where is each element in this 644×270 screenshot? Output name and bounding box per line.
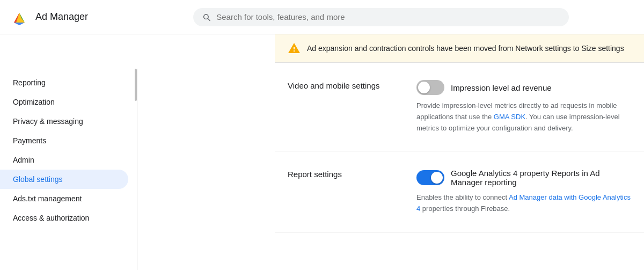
sidebar-item-payments[interactable]: Payments xyxy=(0,131,128,150)
section-content-report: Google Analytics 4 property Reports in A… xyxy=(416,169,631,215)
main-content: Ad expansion and contraction controls ha… xyxy=(275,34,644,270)
ga4-description: Enables the ability to connect Ad Manage… xyxy=(416,192,631,215)
sidebar-item-label: Admin xyxy=(13,156,34,164)
logo-icon xyxy=(9,6,30,28)
ga4-setting-row: Google Analytics 4 property Reports in A… xyxy=(416,169,631,187)
sidebar-item-access-auth[interactable]: Access & authorization xyxy=(0,208,128,228)
gma-sdk-link[interactable]: GMA SDK xyxy=(494,113,525,121)
search-input[interactable] xyxy=(216,12,560,21)
sidebar-item-reporting[interactable]: Reporting xyxy=(0,73,128,92)
search-icon xyxy=(202,12,211,22)
logo-area: Ad Manager xyxy=(9,6,127,28)
banner-text: Ad expansion and contraction controls ha… xyxy=(307,44,624,53)
impression-revenue-label: Impression level ad revenue xyxy=(451,83,552,92)
sidebar: Reporting Optimization Privacy & messagi… xyxy=(0,69,137,270)
section-title-video-mobile: Video and mobile settings xyxy=(288,80,416,134)
sidebar-item-ads-txt[interactable]: Ads.txt management xyxy=(0,189,128,208)
impression-revenue-description: Provide impression-level metrics directl… xyxy=(416,100,631,134)
impression-revenue-toggle[interactable] xyxy=(416,80,444,95)
alert-banner: Ad expansion and contraction controls ha… xyxy=(275,34,644,63)
sidebar-item-label: Access & authorization xyxy=(13,214,89,222)
sidebar-item-label: Payments xyxy=(13,136,46,145)
sidebar-item-label: Optimization xyxy=(13,98,55,106)
sidebar-item-label: Global settings xyxy=(13,175,63,184)
toggle-slider xyxy=(416,80,444,95)
toggle-slider-ga4 xyxy=(416,170,444,185)
ga4-description-after: properties through Firebase. xyxy=(420,205,510,213)
sidebar-scrollbar[interactable] xyxy=(135,69,137,101)
section-content-video-mobile: Impression level ad revenue Provide impr… xyxy=(416,80,631,134)
impression-revenue-setting-row: Impression level ad revenue xyxy=(416,80,631,95)
sidebar-item-optimization[interactable]: Optimization xyxy=(0,92,128,112)
header: Ad Manager xyxy=(0,0,644,34)
sidebar-item-label: Privacy & messaging xyxy=(13,117,83,126)
ga4-description-before: Enables the ability to connect xyxy=(416,193,509,201)
report-settings-section: Report settings Google Analytics 4 prope… xyxy=(275,151,644,232)
sidebar-item-label: Reporting xyxy=(13,78,46,87)
sidebar-item-privacy-messaging[interactable]: Privacy & messaging xyxy=(0,112,128,131)
sidebar-item-label: Ads.txt management xyxy=(13,194,82,203)
layout: Reporting Optimization Privacy & messagi… xyxy=(0,34,644,270)
ga4-label: Google Analytics 4 property Reports in A… xyxy=(451,169,631,187)
sidebar-item-global-settings[interactable]: Global settings xyxy=(0,170,128,189)
search-bar[interactable] xyxy=(193,8,569,26)
section-title-report: Report settings xyxy=(288,169,416,215)
sidebar-item-admin[interactable]: Admin xyxy=(0,150,128,170)
video-mobile-section: Video and mobile settings Impression lev… xyxy=(275,63,644,151)
warning-icon xyxy=(288,42,301,55)
ga4-toggle[interactable] xyxy=(416,170,444,185)
logo-text: Ad Manager xyxy=(35,11,88,23)
